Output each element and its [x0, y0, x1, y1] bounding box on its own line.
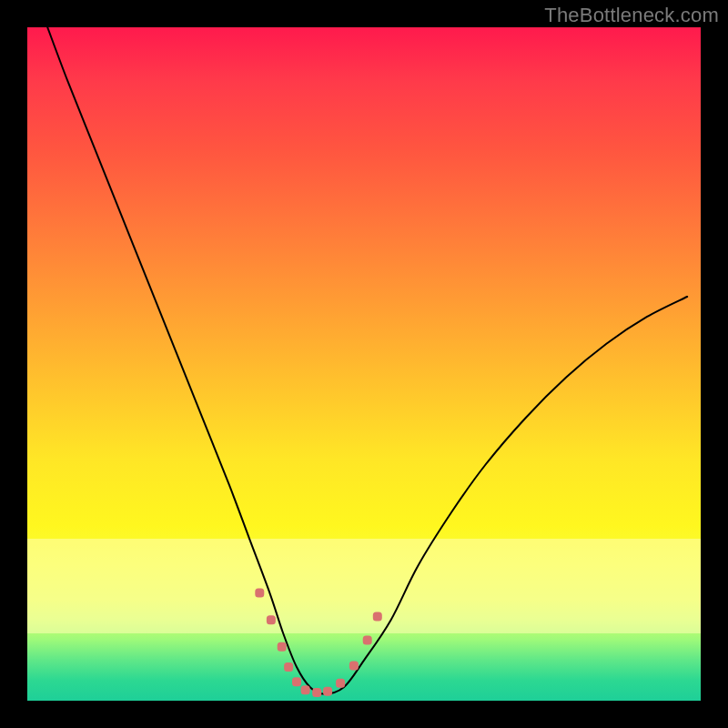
- marker-dot: [323, 687, 332, 696]
- marker-dot: [267, 615, 276, 624]
- marker-dot: [312, 688, 321, 697]
- watermark-text: TheBottleneck.com: [544, 4, 719, 27]
- bottleneck-curve: [47, 27, 687, 694]
- chart-svg: [27, 27, 701, 701]
- marker-dot: [284, 662, 293, 672]
- marker-dot: [278, 642, 287, 652]
- marker-dot: [363, 635, 372, 644]
- marker-dot: [336, 679, 345, 688]
- marker-dot: [292, 677, 301, 686]
- marker-dot: [255, 589, 264, 598]
- marker-dot: [301, 685, 310, 694]
- plot-area: [27, 27, 701, 701]
- chart-stage: TheBottleneck.com: [0, 0, 728, 728]
- marker-dot: [349, 662, 359, 671]
- marker-dot: [373, 612, 382, 622]
